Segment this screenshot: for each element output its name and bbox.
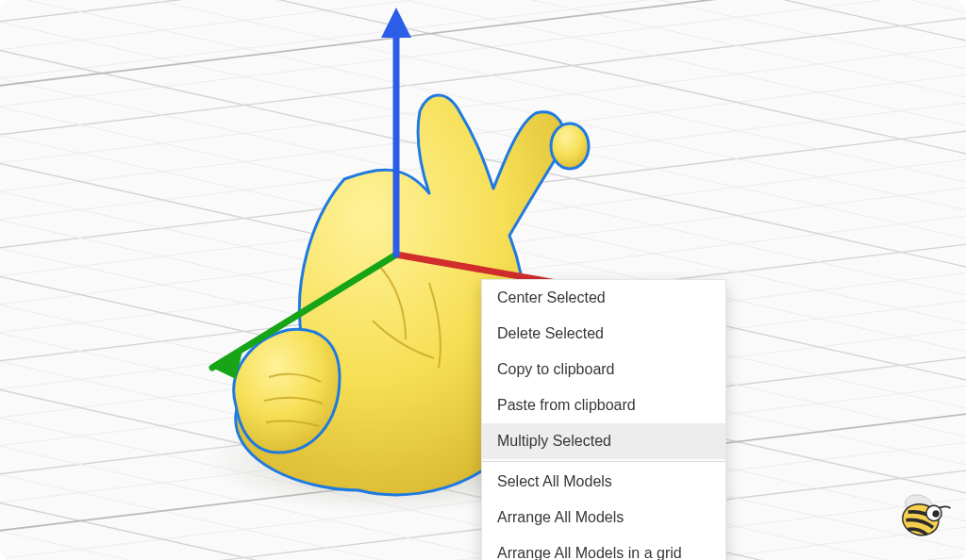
context-menu-item-arrange-all-models[interactable]: Arrange All Models <box>482 500 725 535</box>
context-menu-item-arrange-all-models-in-a-grid[interactable]: Arrange All Models in a grid <box>482 535 725 560</box>
context-menu-item-multiply-selected[interactable]: Multiply Selected <box>482 423 725 459</box>
context-menu-item-paste-from-clipboard[interactable]: Paste from clipboard <box>482 387 725 423</box>
context-menu[interactable]: Center SelectedDelete SelectedCopy to cl… <box>481 279 726 560</box>
brand-bee-icon <box>887 481 957 551</box>
context-menu-item-center-selected[interactable]: Center Selected <box>482 280 725 316</box>
context-menu-item-select-all-models[interactable]: Select All Models <box>482 464 725 500</box>
viewport-3d[interactable]: Center SelectedDelete SelectedCopy to cl… <box>0 0 966 560</box>
context-menu-item-delete-selected[interactable]: Delete Selected <box>482 316 725 352</box>
context-menu-separator <box>482 461 725 462</box>
context-menu-item-copy-to-clipboard[interactable]: Copy to clipboard <box>482 352 725 387</box>
